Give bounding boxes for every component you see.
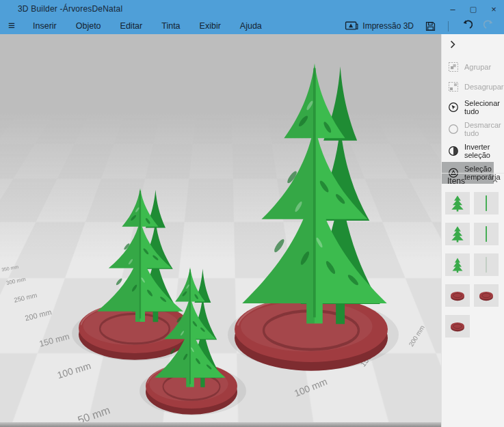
toolbar-right: Impressão 3D bbox=[341, 20, 504, 32]
print-3d-label: Impressão 3D bbox=[362, 21, 414, 31]
3d-viewport[interactable]: 350 mm 300 mm 250 mm 200 mm 150 mm 100 m… bbox=[0, 34, 441, 427]
select-all-button[interactable]: Selecionar tudo bbox=[442, 96, 504, 118]
item-thumbnail-disc-3[interactable] bbox=[445, 315, 470, 338]
group-label: Agrupar bbox=[464, 63, 491, 71]
items-header-label: Itens bbox=[447, 176, 465, 186]
ungroup-button[interactable]: Desagrupar bbox=[442, 77, 504, 96]
menu-ajuda[interactable]: Ajuda bbox=[230, 18, 271, 34]
menu-exibir[interactable]: Exibir bbox=[190, 18, 230, 34]
menu-objeto[interactable]: Objeto bbox=[66, 18, 111, 34]
chevron-right-icon bbox=[449, 40, 457, 49]
print-3d-button[interactable]: Impressão 3D bbox=[341, 20, 418, 31]
hamburger-icon[interactable]: ≡ bbox=[0, 18, 23, 33]
ungroup-label: Desagrupar bbox=[464, 83, 503, 91]
select-all-label: Selecionar tudo bbox=[464, 99, 503, 115]
invert-selection-icon bbox=[448, 146, 459, 156]
minimize-button[interactable]: – bbox=[442, 0, 463, 18]
close-button[interactable]: × bbox=[483, 0, 504, 18]
ungroup-icon bbox=[448, 81, 459, 92]
item-thumbnail-tree-1[interactable] bbox=[445, 192, 470, 215]
item-thumbnail-plane-1[interactable] bbox=[474, 192, 499, 215]
item-thumbnail-disc-2[interactable] bbox=[474, 284, 499, 307]
tree-large[interactable] bbox=[242, 64, 387, 324]
save-icon bbox=[425, 20, 436, 32]
items-section-header[interactable]: Itens bbox=[442, 173, 504, 188]
selection-tools: Agrupar Desagrupar Selecionar tudo Desma… bbox=[442, 57, 504, 184]
3d-scene[interactable] bbox=[0, 34, 441, 427]
deselect-all-label: Desmarcar tudo bbox=[464, 121, 503, 137]
group-icon bbox=[448, 61, 459, 72]
invert-selection-label: Inverter seleção bbox=[464, 143, 503, 159]
printer-3d-icon bbox=[345, 20, 358, 31]
item-thumbnail-plane-2[interactable] bbox=[474, 223, 499, 245]
maximize-button[interactable]: ▢ bbox=[463, 0, 483, 18]
item-thumbnail-tree-2[interactable] bbox=[445, 223, 470, 245]
item-thumbnail-disc-1[interactable] bbox=[445, 284, 470, 307]
menu-inserir[interactable]: Inserir bbox=[23, 18, 66, 34]
deselect-all-button[interactable]: Desmarcar tudo bbox=[442, 118, 504, 140]
plate-front-edge bbox=[0, 422, 441, 427]
panel-collapse-button[interactable] bbox=[449, 39, 458, 49]
save-button[interactable] bbox=[421, 20, 440, 32]
menu-tinta[interactable]: Tinta bbox=[152, 18, 189, 34]
deselect-all-icon bbox=[448, 124, 459, 135]
items-list bbox=[445, 192, 499, 338]
redo-icon bbox=[483, 20, 496, 32]
title-bar: 3D Builder -ÁrvoresDeNatal – ▢ × bbox=[0, 0, 504, 18]
item-thumbnail-tree-3[interactable] bbox=[445, 253, 470, 276]
undo-button[interactable] bbox=[456, 20, 477, 32]
window-controls: – ▢ × bbox=[442, 0, 504, 18]
select-all-icon bbox=[448, 102, 459, 113]
invert-selection-button[interactable]: Inverter seleção bbox=[442, 140, 504, 162]
window-title: 3D Builder -ÁrvoresDeNatal bbox=[0, 4, 122, 14]
menu-bar: ≡ Inserir Objeto Editar Tinta Exibir Aju… bbox=[0, 18, 504, 34]
tree-medium[interactable] bbox=[97, 189, 183, 322]
undo-icon bbox=[460, 20, 473, 32]
menu-editar[interactable]: Editar bbox=[111, 18, 152, 34]
item-thumbnail-plane-faint[interactable] bbox=[474, 253, 499, 276]
group-button[interactable]: Agrupar bbox=[442, 57, 504, 77]
selection-panel: Agrupar Desagrupar Selecionar tudo Desma… bbox=[441, 34, 504, 427]
app-window: 3D Builder -ÁrvoresDeNatal – ▢ × ≡ Inser… bbox=[0, 0, 504, 427]
redo-button[interactable] bbox=[479, 20, 500, 32]
toolbar-separator bbox=[448, 21, 449, 31]
chevron-up-icon bbox=[492, 178, 499, 184]
